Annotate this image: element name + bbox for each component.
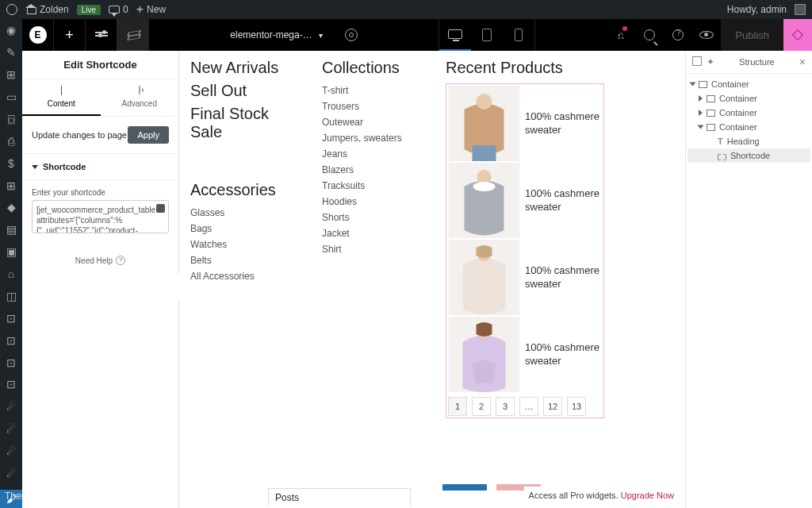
link[interactable]: Outewear — [322, 115, 425, 129]
avatar[interactable] — [795, 4, 806, 15]
recent-products-widget[interactable]: 100% cashmere sweater 100% cashmere swea… — [446, 83, 604, 418]
page-button[interactable]: 12 — [543, 397, 562, 416]
product-item[interactable]: 100% cashmere sweater — [448, 317, 602, 392]
site-link[interactable]: Zolden — [25, 4, 69, 15]
menu-item-icon[interactable]: ⊡ — [4, 356, 18, 369]
site-settings-button[interactable] — [86, 19, 117, 51]
chevron-icon[interactable] — [699, 95, 703, 102]
product-item[interactable]: 100% cashmere sweater — [448, 240, 602, 315]
howdy-label[interactable]: Howdy, admin — [727, 4, 787, 15]
elementor-logo[interactable]: E — [22, 19, 54, 51]
tab-content[interactable]: Content — [22, 79, 101, 116]
device-mobile[interactable] — [503, 19, 534, 51]
menu-item-icon[interactable]: ▣ — [4, 245, 18, 259]
gear-icon[interactable] — [345, 29, 358, 41]
need-help-link[interactable]: Need Help ? — [22, 241, 178, 279]
menu-item-icon[interactable]: ◆ — [4, 201, 18, 214]
apply-button[interactable]: Apply — [128, 126, 169, 144]
menu-item-icon[interactable]: ☄ — [4, 400, 18, 414]
link[interactable]: Jumpers, sweaters — [322, 131, 425, 145]
heading[interactable]: Sell Out — [190, 82, 301, 100]
device-desktop[interactable] — [439, 19, 471, 51]
link[interactable]: All Accessories — [190, 269, 301, 283]
chevron-icon[interactable] — [690, 83, 696, 87]
add-widget-button[interactable]: + — [54, 19, 86, 51]
link[interactable]: Trousers — [322, 99, 425, 114]
page-button[interactable]: 13 — [567, 397, 586, 416]
page-button[interactable]: 2 — [472, 397, 491, 416]
tree-node-container[interactable]: Container — [688, 120, 810, 134]
link[interactable]: Hoodies — [322, 194, 425, 209]
upgrade-link[interactable]: Upgrade Now — [621, 491, 674, 500]
heading[interactable]: Accessories — [190, 181, 301, 199]
menu-item-icon[interactable]: ⊞ — [4, 179, 18, 192]
comments-link[interactable]: 0 — [109, 4, 128, 15]
wp-logo[interactable] — [6, 4, 17, 15]
preview-button[interactable] — [692, 19, 721, 51]
tree-node-container[interactable]: Container — [688, 77, 810, 91]
wp-admin-menu[interactable]: ◉ ✎ ⊞ ▭ ⌼ ⎙ $ ⊞ ◆ ▤ ▣ ⌂ ◫ ⊡ ⊡ ⊡ ⊡ ☄ ☄ ☄ … — [0, 19, 22, 508]
chevron-icon[interactable] — [698, 125, 704, 129]
save-options-button[interactable] — [783, 19, 812, 51]
menu-item-icon[interactable]: ☄ — [4, 467, 18, 480]
tree-node-shortcode[interactable]: Shortcode — [688, 148, 810, 163]
publish-button[interactable]: Publish — [721, 19, 783, 51]
menu-item-icon[interactable]: ⊡ — [4, 378, 18, 391]
help-button[interactable] — [664, 19, 692, 51]
product-item[interactable]: 100% cashmere sweater — [448, 86, 602, 161]
link[interactable]: Blazers — [322, 163, 425, 177]
menu-item-icon[interactable]: ✎ — [4, 46, 18, 60]
link[interactable]: Belts — [190, 253, 301, 267]
close-icon[interactable]: × — [799, 56, 806, 68]
page-button[interactable]: 1 — [448, 397, 467, 416]
document-switcher[interactable]: elementor-mega-… ▾ — [220, 29, 366, 41]
menu-dashboard-icon[interactable]: ◉ — [4, 24, 18, 37]
finder-button[interactable] — [635, 19, 664, 51]
menu-item-icon[interactable]: $ — [4, 156, 18, 170]
menu-item-icon[interactable]: ▤ — [4, 223, 18, 237]
link[interactable]: Shirt — [322, 242, 425, 256]
menu-item-icon[interactable]: ⎙ — [4, 134, 18, 148]
product-title[interactable]: 100% cashmere sweater — [525, 187, 602, 214]
product-item[interactable]: 100% cashmere sweater — [448, 163, 602, 238]
menu-item-icon[interactable]: ▭ — [4, 90, 18, 104]
product-title[interactable]: 100% cashmere sweater — [525, 110, 602, 137]
link[interactable]: Bags — [190, 221, 301, 236]
menu-item-icon[interactable]: ⊞ — [4, 68, 18, 82]
navigator-icon[interactable] — [692, 56, 702, 66]
link[interactable]: Glasses — [190, 206, 301, 220]
ai-icon[interactable]: ✦ — [707, 56, 714, 67]
shortcode-input[interactable]: [jet_woocommerce_product_table attribute… — [32, 200, 169, 233]
menu-item-icon[interactable]: ⊡ — [4, 333, 18, 347]
menu-item-icon[interactable]: ☄ — [4, 422, 18, 436]
link[interactable]: Tracksuits — [322, 179, 425, 193]
heading[interactable]: Recent Products — [446, 59, 674, 77]
heading[interactable]: Final Stock Sale — [190, 105, 301, 141]
structure-toggle-button[interactable] — [117, 19, 149, 51]
dynamic-icon[interactable] — [156, 204, 165, 213]
link[interactable]: T-shirt — [322, 83, 425, 98]
chevron-icon[interactable] — [699, 110, 703, 116]
link[interactable]: Shorts — [322, 210, 425, 225]
heading[interactable]: Collections — [322, 59, 425, 77]
tree-node-container[interactable]: Container — [688, 91, 810, 106]
menu-item-icon[interactable]: ⊡ — [4, 311, 18, 325]
tree-node-heading[interactable]: THeading — [688, 134, 810, 148]
menu-item-icon[interactable]: ⌼ — [4, 113, 18, 126]
link[interactable]: Watches — [190, 237, 301, 252]
new-content[interactable]: +New — [136, 3, 166, 16]
product-title[interactable]: 100% cashmere sweater — [525, 264, 602, 291]
menu-item-icon[interactable]: ⌂ — [4, 267, 18, 281]
heading[interactable]: New Arrivals — [190, 59, 301, 77]
product-title[interactable]: 100% cashmere sweater — [525, 341, 602, 368]
link[interactable]: Jacket — [322, 226, 425, 241]
tab-advanced[interactable]: Advanced — [101, 79, 179, 116]
editor-canvas[interactable]: New Arrivals Sell Out Final Stock Sale A… — [179, 51, 685, 508]
tree-node-container[interactable]: Container — [688, 106, 810, 120]
link[interactable]: Jeans — [322, 147, 425, 161]
menu-item-icon[interactable]: ☄ — [4, 444, 18, 458]
menu-item-icon[interactable]: ◫ — [4, 290, 18, 303]
history-button[interactable]: ⎌ — [607, 19, 635, 51]
device-tablet[interactable] — [471, 19, 503, 51]
section-toggle[interactable]: Shortcode — [22, 154, 178, 180]
